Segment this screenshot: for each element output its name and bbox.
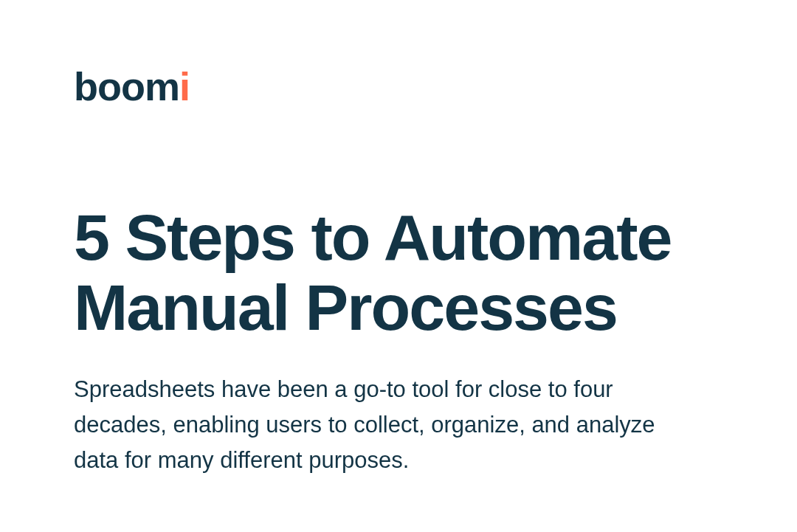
logo-accent-dot: i <box>179 64 190 108</box>
page-title: 5 Steps to Automate Manual Processes <box>74 202 723 342</box>
logo-text-prefix: boom <box>74 64 179 108</box>
brand-logo: boomi <box>74 66 723 106</box>
page-subtitle: Spreadsheets have been a go-to tool for … <box>74 372 701 478</box>
